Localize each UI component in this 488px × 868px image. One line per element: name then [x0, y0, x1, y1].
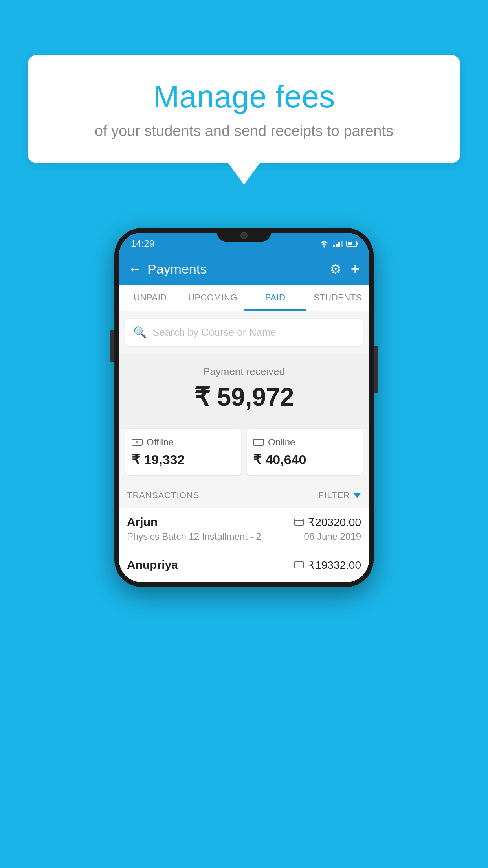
search-bar[interactable]: 🔍 Search by Course or Name	[125, 319, 363, 346]
transaction-amount: ₹20320.00	[308, 516, 361, 529]
payment-received-label: Payment received	[127, 366, 361, 378]
cash-payment-icon: ₹	[294, 561, 304, 569]
svg-point-0	[323, 246, 325, 248]
card-payment-icon	[294, 518, 304, 526]
offline-label: Offline	[147, 437, 174, 448]
phone-screen: 14:29	[119, 233, 369, 582]
content-area: 🔍 Search by Course or Name Payment recei…	[119, 319, 369, 582]
front-camera	[240, 232, 248, 239]
online-label-row: Online	[253, 437, 356, 448]
speech-bubble: Manage fees of your students and send re…	[28, 55, 460, 163]
header-right: ⚙ +	[330, 261, 360, 278]
signal-icon	[333, 240, 343, 247]
transaction-amount-row: ₹ ₹19332.00	[294, 559, 361, 572]
phone-notch	[216, 228, 272, 242]
offline-amount: ₹ 19,332	[132, 452, 235, 467]
header-title: Payments	[147, 261, 207, 277]
transaction-top: Arjun ₹20320.00	[127, 515, 361, 529]
transaction-name: Arjun	[127, 515, 158, 529]
phone-device: 14:29	[114, 228, 374, 587]
payment-section: Payment received ₹ 59,972	[119, 354, 369, 429]
speech-bubble-container: Manage fees of your students and send re…	[28, 55, 460, 185]
tab-students[interactable]: STUDENTS	[306, 285, 369, 311]
wifi-icon	[319, 240, 330, 248]
back-button[interactable]: ←	[128, 263, 141, 275]
transactions-label: TRANSACTIONS	[127, 490, 199, 500]
status-time: 14:29	[131, 238, 154, 249]
svg-rect-3	[253, 439, 264, 445]
offline-label-row: ₹ Offline	[132, 437, 235, 448]
search-icon: 🔍	[133, 326, 147, 339]
transaction-amount-row: ₹20320.00	[294, 516, 361, 529]
online-amount: ₹ 40,640	[253, 452, 356, 467]
speech-bubble-arrow	[228, 163, 260, 185]
tab-paid[interactable]: PAID	[244, 285, 306, 311]
speech-bubble-title: Manage fees	[59, 79, 429, 115]
transaction-course: Physics Batch 12 Installment - 2	[127, 531, 261, 542]
tab-unpaid[interactable]: UNPAID	[119, 285, 182, 311]
phone-outer: 14:29	[114, 228, 374, 587]
payment-cards: ₹ Offline ₹ 19,332	[125, 429, 363, 475]
add-button[interactable]: +	[351, 261, 360, 278]
svg-text:₹: ₹	[136, 440, 138, 445]
speech-bubble-subtitle: of your students and send receipts to pa…	[59, 123, 429, 140]
settings-icon[interactable]: ⚙	[330, 261, 341, 277]
svg-text:₹: ₹	[298, 563, 300, 567]
transaction-bottom: Physics Batch 12 Installment - 2 06 June…	[127, 531, 361, 542]
filter-button[interactable]: FILTER	[319, 490, 361, 500]
online-payment-icon	[253, 438, 264, 447]
transaction-top: Anupriya ₹ ₹19332.00	[127, 558, 361, 572]
transaction-row[interactable]: Anupriya ₹ ₹19332.00	[119, 550, 369, 582]
tab-upcoming[interactable]: UPCOMING	[182, 285, 244, 311]
transaction-amount: ₹19332.00	[308, 559, 361, 572]
tabs-container: UNPAID UPCOMING PAID STUDENTS	[119, 285, 369, 311]
online-label: Online	[268, 437, 295, 448]
online-card: Online ₹ 40,640	[247, 429, 363, 475]
transaction-row[interactable]: Arjun ₹20320.00 Physics Batch 12 Install…	[119, 508, 369, 550]
svg-rect-5	[294, 519, 304, 525]
transaction-date: 06 June 2019	[304, 531, 361, 542]
payment-total-amount: ₹ 59,972	[127, 383, 361, 412]
filter-label: FILTER	[319, 490, 350, 500]
search-input[interactable]: Search by Course or Name	[152, 326, 276, 338]
app-header: ← Payments ⚙ +	[119, 253, 369, 285]
offline-payment-icon: ₹	[132, 438, 143, 447]
status-icons	[319, 240, 357, 248]
transactions-header: TRANSACTIONS FILTER	[119, 483, 369, 508]
transaction-name: Anupriya	[127, 558, 178, 572]
battery-icon	[346, 241, 357, 247]
filter-icon	[353, 493, 361, 498]
offline-card: ₹ Offline ₹ 19,332	[125, 429, 241, 475]
header-left: ← Payments	[128, 261, 207, 277]
